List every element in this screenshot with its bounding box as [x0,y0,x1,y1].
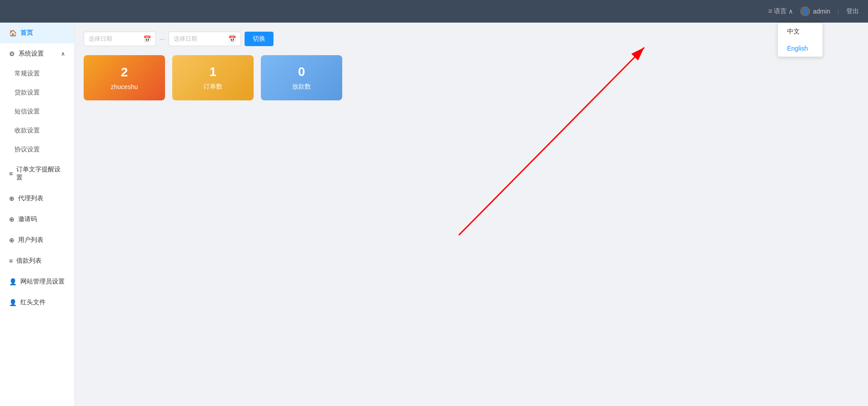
language-label: 语言 [774,7,787,15]
stat-label-registered: zhuceshu [111,83,138,90]
sidebar-item-loan-list[interactable]: ≡ 借款列表 [0,250,74,271]
chevron-up-icon: ∧ [788,8,793,15]
chevron-up-icon: ∧ [61,51,65,57]
sidebar-item-agent-list[interactable]: ⊕ 代理列表 [0,188,74,209]
system-settings-label: 系统设置 [19,50,44,58]
stat-card-registered: 2 zhuceshu [84,55,165,100]
language-selector[interactable]: ≡ 语言 ∧ [768,7,793,15]
header: ≡ 语言 ∧ 👤 admin | 登出 [0,0,868,23]
loan-list-label: 借款列表 [16,257,42,265]
agent-icon: ⊕ [9,195,14,202]
user-list-label: 用户列表 [18,236,43,244]
main-content: 选择日期 📅 ··· 选择日期 📅 切换 2 zhuceshu 1 订单数 0 … [75,23,868,406]
sidebar-item-general-settings[interactable]: 常规设置 [0,64,74,83]
invite-code-label: 邀请码 [18,215,37,223]
file-icon: 👤 [9,299,17,306]
stat-card-loans: 0 放款数 [261,55,342,100]
language-icon: ≡ [768,7,772,15]
start-date-input[interactable]: 选择日期 📅 [84,32,156,46]
user-info: 👤 admin [800,6,830,16]
gear-icon: ⚙ [9,50,15,57]
admin-settings-label: 网站管理员设置 [20,278,65,286]
sidebar-sub-menu: 常规设置 贷款设置 短信设置 收款设置 协议设置 [0,64,74,159]
order-text-label: 订单文字提醒设置 [16,165,65,182]
sidebar-item-payment-settings[interactable]: 收款设置 [0,121,74,140]
avatar: 👤 [800,6,810,16]
sidebar-item-system-settings[interactable]: ⚙ 系统设置 ∧ [0,43,74,64]
sidebar-item-user-list[interactable]: ⊕ 用户列表 [0,230,74,250]
user-list-icon: ⊕ [9,236,14,244]
sidebar-item-admin-settings[interactable]: 👤 网站管理员设置 [0,271,74,292]
stats-cards-row: 2 zhuceshu 1 订单数 0 放款数 [84,55,859,100]
start-date-placeholder: 选择日期 [89,35,112,43]
stat-number-loans: 0 [298,65,305,79]
loan-list-icon: ≡ [9,257,13,264]
end-date-placeholder: 选择日期 [174,35,197,43]
sidebar-item-order-text-reminder[interactable]: ≡ 订单文字提醒设置 [0,159,74,188]
date-separator: ··· [160,35,165,42]
sidebar-item-red-header[interactable]: 👤 红头文件 [0,292,74,313]
switch-button[interactable]: 切换 [245,32,274,46]
sidebar-item-agreement-settings[interactable]: 协议设置 [0,140,74,159]
end-date-input[interactable]: 选择日期 📅 [169,32,241,46]
sidebar-home-label: 首页 [20,29,33,37]
layout: 🏠 首页 ⚙ 系统设置 ∧ 常规设置 贷款设置 短信设置 收款设置 协议设置 ≡… [0,23,868,406]
sidebar-item-sms-settings[interactable]: 短信设置 [0,102,74,121]
invite-icon: ⊕ [9,216,14,223]
logout-button[interactable]: 登出 [846,7,859,15]
date-filter-row: 选择日期 📅 ··· 选择日期 📅 切换 [84,32,859,46]
sidebar-item-invite-code[interactable]: ⊕ 邀请码 [0,209,74,230]
stat-number-orders: 1 [209,65,217,79]
agent-list-label: 代理列表 [18,194,43,203]
admin-icon: 👤 [9,278,17,285]
sidebar-item-loan-settings[interactable]: 贷款设置 [0,83,74,102]
username: admin [813,8,830,15]
list-icon: ≡ [9,170,13,177]
stat-number-registered: 2 [121,65,128,80]
calendar-icon-start: 📅 [143,35,151,42]
calendar-icon-end: 📅 [228,35,236,42]
lang-option-en[interactable]: English [778,40,822,57]
lang-option-zh[interactable]: 中文 [778,23,822,40]
red-header-label: 红头文件 [20,298,46,307]
stat-label-orders: 订单数 [203,83,222,91]
header-divider: | [837,8,839,15]
stat-card-orders: 1 订单数 [172,55,254,100]
home-icon: 🏠 [9,29,17,37]
sidebar-item-home[interactable]: 🏠 首页 [0,23,74,43]
sidebar: 🏠 首页 ⚙ 系统设置 ∧ 常规设置 贷款设置 短信设置 收款设置 协议设置 ≡… [0,23,75,406]
stat-label-loans: 放款数 [292,83,311,91]
language-dropdown: 中文 English [778,23,823,57]
